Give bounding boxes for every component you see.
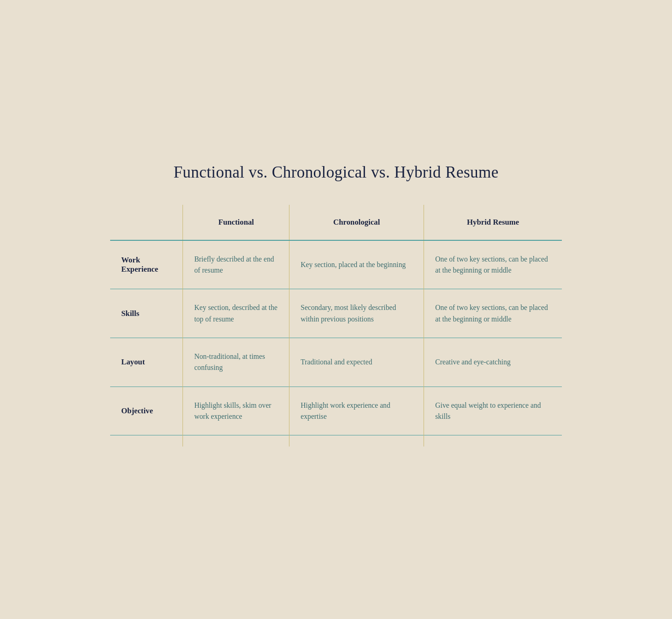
header-hybrid: Hybrid Resume	[424, 205, 562, 240]
empty-cell-1	[110, 435, 183, 447]
header-empty	[110, 205, 183, 240]
cell-chronological-objective: Highlight work experience and expertise	[289, 387, 424, 435]
empty-cell-4	[424, 435, 562, 447]
empty-cell-3	[289, 435, 424, 447]
table-row-empty	[110, 435, 562, 447]
cell-hybrid-layout: Creative and eye-catching	[424, 338, 562, 387]
row-label-skills: Skills	[110, 289, 183, 338]
row-label-objective: Objective	[110, 387, 183, 435]
table-row-skills: Skills Key section, described at the top…	[110, 289, 562, 338]
header-chronological: Chronological	[289, 205, 424, 240]
empty-cell-2	[183, 435, 289, 447]
main-container: Functional vs. Chronological vs. Hybrid …	[83, 145, 589, 475]
cell-functional-objective: Highlight skills, skim over work experie…	[183, 387, 289, 435]
header-functional: Functional	[183, 205, 289, 240]
row-label-layout: Layout	[110, 338, 183, 387]
table-row-objective: Objective Highlight skills, skim over wo…	[110, 387, 562, 435]
table-row-layout: Layout Non-traditional, at times confusi…	[110, 338, 562, 387]
cell-hybrid-objective: Give equal weight to experience and skil…	[424, 387, 562, 435]
cell-functional-work-experience: Briefly described at the end of resume	[183, 240, 289, 289]
cell-hybrid-work-experience: One of two key sections, can be placed a…	[424, 240, 562, 289]
page-title: Functional vs. Chronological vs. Hybrid …	[110, 163, 562, 182]
table-header-row: Functional Chronological Hybrid Resume	[110, 205, 562, 240]
table-row-work-experience: Work Experience Briefly described at the…	[110, 240, 562, 289]
cell-functional-skills: Key section, described at the top of res…	[183, 289, 289, 338]
cell-chronological-layout: Traditional and expected	[289, 338, 424, 387]
cell-hybrid-skills: One of two key sections, can be placed a…	[424, 289, 562, 338]
comparison-table: Functional Chronological Hybrid Resume W…	[110, 205, 562, 447]
cell-chronological-work-experience: Key section, placed at the beginning	[289, 240, 424, 289]
cell-chronological-skills: Secondary, most likely described within …	[289, 289, 424, 338]
row-label-work-experience: Work Experience	[110, 240, 183, 289]
cell-functional-layout: Non-traditional, at times confusing	[183, 338, 289, 387]
